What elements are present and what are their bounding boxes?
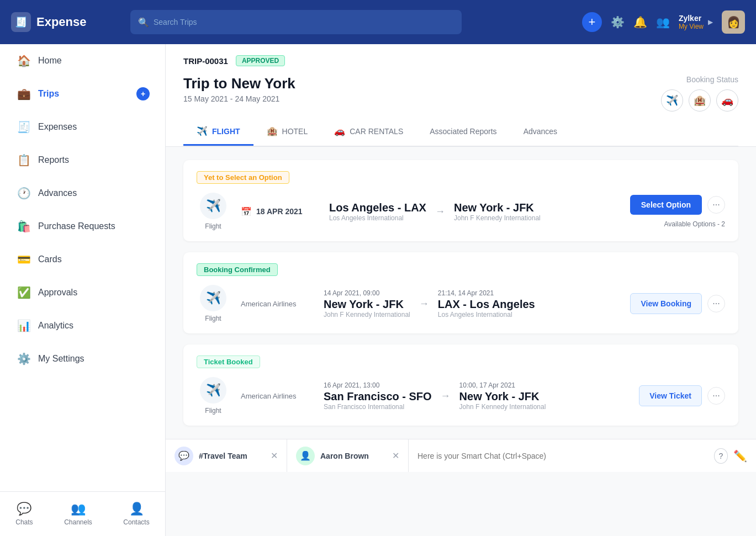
- search-bar[interactable]: 🔍: [130, 10, 462, 34]
- flight-tab-icon: ✈️: [197, 126, 208, 136]
- hotel-tab-icon: 🏨: [267, 126, 278, 136]
- sidebar-item-reports[interactable]: 📋 Reports: [0, 144, 165, 177]
- airline-name-2: American Airlines: [241, 300, 313, 308]
- contacts-icon[interactable]: 👥: [656, 15, 670, 29]
- flight-route-3: 16 Apr 2021, 13:00 San Francisco - SFO S…: [324, 381, 628, 411]
- flight-card-3-body: ✈️ Flight American Airlines 16 Apr 2021,…: [197, 377, 725, 415]
- flight-actions-row-1: Select Option ···: [630, 195, 725, 215]
- flight-to-2: 21:14, 14 Apr 2021 LAX - Los Angeles Los…: [438, 289, 535, 319]
- sidebar-item-approvals[interactable]: ✅ Approvals: [0, 276, 165, 309]
- from-city-3: San Francisco - SFO: [324, 390, 432, 403]
- tab-flight[interactable]: ✈️ FLIGHT: [183, 118, 253, 146]
- car-tab-icon: 🚗: [334, 126, 345, 136]
- contacts-icon: 👤: [129, 502, 144, 516]
- navbar: 🧾 Expense 🔍 + ⚙️ 🔔 👥 Zylker My View ▶ 👩: [0, 0, 756, 44]
- sidebar-item-expenses[interactable]: 🧾 Expenses: [0, 110, 165, 144]
- add-button[interactable]: +: [582, 12, 602, 32]
- content-header: TRIP-00031 APPROVED Trip to New York 15 …: [166, 44, 756, 147]
- close-dm-icon[interactable]: ✕: [392, 450, 399, 461]
- settings-icon: ⚙️: [17, 352, 30, 365]
- available-options-1: Available Options - 2: [664, 220, 725, 228]
- sidebar-item-purchase-requests[interactable]: 🛍️ Purchase Requests: [0, 210, 165, 243]
- sidebar-label-cards: Cards: [38, 254, 62, 264]
- flight-from-1: Los Angeles - LAX Los Angeles Internatio…: [329, 201, 426, 222]
- chats-icon: 💬: [17, 502, 31, 516]
- user-menu[interactable]: Zylker My View ▶: [679, 14, 713, 30]
- to-city-1: New York - JFK: [454, 201, 541, 214]
- flight-date-1: 📅 18 APR 2021: [241, 206, 318, 217]
- select-option-button[interactable]: Select Option: [630, 195, 702, 215]
- chat-dm[interactable]: 👤 Aaron Brown ✕: [287, 439, 409, 472]
- more-button-1[interactable]: ···: [707, 196, 725, 214]
- flight-card-2-status: Booking Confirmed: [197, 263, 725, 276]
- sidebar-item-advances[interactable]: 🕐 Advances: [0, 177, 165, 210]
- flight-actions-row-2: View Booking ···: [630, 293, 725, 314]
- tab-car-rentals[interactable]: 🚗 CAR RENTALS: [321, 118, 416, 146]
- tabs: ✈️ FLIGHT 🏨 HOTEL 🚗 CAR RENTALS Associat…: [183, 118, 738, 146]
- view-ticket-button[interactable]: View Ticket: [639, 385, 702, 406]
- flight-card-1: Yet to Select an Option ✈️ Flight 📅 18 A…: [183, 160, 738, 241]
- to-airport-1: John F Kennedy International: [454, 214, 541, 222]
- trip-title-row: Trip to New York 15 May 2021 - 24 May 20…: [183, 75, 738, 118]
- settings-icon[interactable]: ⚙️: [611, 15, 625, 29]
- airline-info-2: American Airlines: [241, 300, 313, 308]
- airline-info-3: American Airlines: [241, 392, 313, 400]
- tab-advances[interactable]: Advances: [510, 118, 570, 146]
- more-button-3[interactable]: ···: [707, 387, 725, 405]
- status-badge-yet: Yet to Select an Option: [197, 171, 289, 184]
- search-input[interactable]: [154, 18, 454, 26]
- avatar[interactable]: 👩: [722, 10, 745, 34]
- flight-type-1: ✈️ Flight: [197, 193, 230, 230]
- smart-chat-input[interactable]: [417, 452, 714, 460]
- trips-icon: 💼: [17, 87, 30, 100]
- sidebar-item-home[interactable]: 🏠 Home: [0, 44, 165, 77]
- status-badge-confirmed: Booking Confirmed: [197, 263, 278, 276]
- compose-icon[interactable]: ✏️: [733, 449, 747, 463]
- sidebar-item-analytics[interactable]: 📊 Analytics: [0, 309, 165, 342]
- flight-type-2: ✈️ Flight: [197, 285, 230, 322]
- trip-dates: 15 May 2021 - 24 May 2021: [183, 94, 295, 103]
- close-channel-icon[interactable]: ✕: [271, 450, 278, 461]
- trip-id-row: TRIP-00031 APPROVED: [183, 55, 738, 75]
- flight-status-icon: ✈️: [661, 89, 683, 112]
- sidebar-label-my-settings: My Settings: [38, 354, 84, 364]
- flight-route-2: 14 Apr 2021, 09:00 New York - JFK John F…: [324, 289, 619, 319]
- sidebar-item-my-settings[interactable]: ⚙️ My Settings: [0, 342, 165, 375]
- sidebar-item-cards[interactable]: 💳 Cards: [0, 243, 165, 276]
- sidebar-item-trips[interactable]: 💼 Trips +: [0, 77, 165, 110]
- sidebar: 🏠 Home 💼 Trips + 🧾 Expenses 📋 Reports 🕐 …: [0, 44, 166, 536]
- flight-from-3: 16 Apr 2021, 13:00 San Francisco - SFO S…: [324, 381, 432, 411]
- sidebar-label-advances: Advances: [38, 188, 77, 198]
- notification-icon[interactable]: 🔔: [633, 15, 647, 29]
- help-icon[interactable]: ?: [714, 448, 728, 464]
- flight-from-2: 14 Apr 2021, 09:00 New York - JFK John F…: [324, 289, 410, 319]
- sidebar-bottom-channels[interactable]: 👥 Channels: [64, 502, 92, 526]
- from-city-2: New York - JFK: [324, 298, 410, 311]
- sidebar-bottom-chats[interactable]: 💬 Chats: [15, 502, 33, 526]
- home-icon: 🏠: [17, 54, 30, 67]
- app-logo: 🧾 Expense: [11, 12, 121, 32]
- tab-advances-label: Advances: [524, 127, 557, 136]
- main-content: TRIP-00031 APPROVED Trip to New York 15 …: [166, 44, 756, 536]
- trip-title: Trip to New York: [183, 75, 295, 92]
- chat-channel[interactable]: 💬 #Travel Team ✕: [166, 439, 287, 472]
- dm-name: Aaron Brown: [320, 452, 369, 460]
- tab-hotel[interactable]: 🏨 HOTEL: [253, 118, 321, 146]
- flight-to-1: New York - JFK John F Kennedy Internatio…: [454, 201, 541, 222]
- to-datetime-2: 21:14, 14 Apr 2021: [438, 289, 535, 297]
- tab-hotel-label: HOTEL: [282, 127, 308, 136]
- flight-type-3: ✈️ Flight: [197, 377, 230, 415]
- smart-chat[interactable]: ? ✏️: [409, 448, 756, 464]
- contacts-label: Contacts: [123, 518, 149, 526]
- more-button-2[interactable]: ···: [707, 295, 725, 312]
- purchase-icon: 🛍️: [17, 220, 30, 233]
- flight-section: Yet to Select an Option ✈️ Flight 📅 18 A…: [166, 147, 756, 439]
- flight-circle-icon-1: ✈️: [200, 193, 226, 219]
- status-badge-booked: Ticket Booked: [197, 355, 260, 368]
- logo-icon: 🧾: [11, 12, 31, 32]
- sidebar-bottom-contacts[interactable]: 👤 Contacts: [123, 502, 149, 526]
- channel-avatar: 💬: [175, 447, 193, 465]
- from-airport-1: Los Angeles International: [329, 214, 426, 222]
- tab-associated-reports[interactable]: Associated Reports: [416, 118, 510, 146]
- view-booking-button[interactable]: View Booking: [630, 293, 702, 314]
